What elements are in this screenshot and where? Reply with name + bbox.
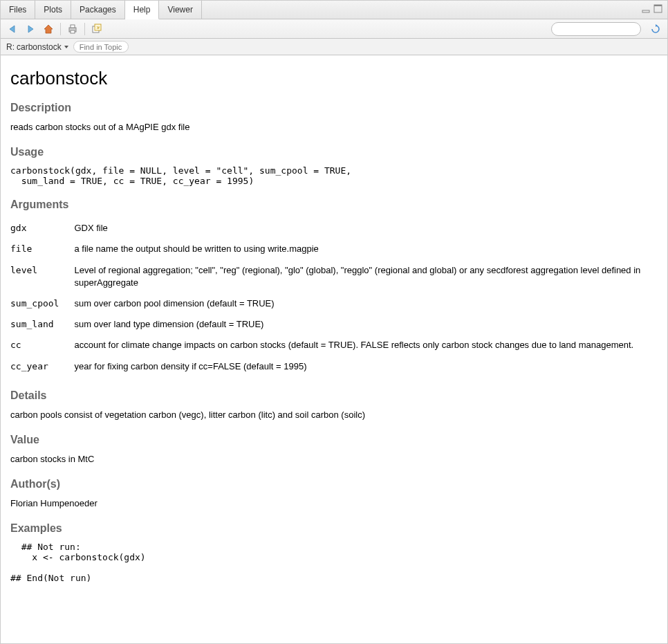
arg-name: sum_cpool [10, 293, 74, 314]
tab-viewer[interactable]: Viewer [159, 1, 201, 19]
tab-packages[interactable]: Packages [71, 1, 125, 19]
arg-desc: a file name the output should be written… [74, 239, 658, 259]
svg-rect-2 [654, 5, 662, 6]
help-content-wrap: carbonstock Description reads carbon sto… [1, 55, 667, 643]
arg-desc: account for climate change impacts on ca… [74, 335, 658, 356]
section-usage-heading: Usage [10, 146, 658, 158]
arg-desc: sum over carbon pool dimension (default … [74, 293, 658, 314]
details-text: carbon pools consist of vegetation carbo… [10, 409, 658, 421]
print-icon [67, 24, 78, 35]
section-arguments-heading: Arguments [10, 199, 658, 211]
arrow-left-icon [7, 24, 18, 35]
refresh-button[interactable] [648, 21, 663, 37]
svg-rect-5 [71, 30, 75, 33]
arg-desc: GDX file [74, 218, 658, 239]
help-content[interactable]: carbonstock Description reads carbon sto… [1, 55, 667, 643]
usage-code: carbonstock(gdx, file = NULL, level = "c… [10, 165, 658, 186]
new-window-icon [91, 24, 102, 35]
table-row: ccaccount for climate change impacts on … [10, 335, 658, 356]
table-row: levelLevel of regional aggregation; "cel… [10, 260, 658, 293]
arg-name: sum_land [10, 314, 74, 335]
arg-desc: year for fixing carbon density if cc=FAL… [74, 356, 658, 377]
section-author-heading: Author(s) [10, 478, 658, 490]
tab-plots[interactable]: Plots [35, 1, 71, 19]
pane-window-controls [642, 4, 663, 13]
topic-name: carbonstock [17, 42, 62, 52]
arg-name: file [10, 239, 74, 259]
page-title: carbonstock [10, 68, 658, 89]
value-text: carbon stocks in MtC [10, 453, 658, 466]
arg-name: cc_year [10, 356, 74, 377]
tab-help[interactable]: Help [125, 1, 160, 19]
find-in-topic-input[interactable] [73, 41, 129, 53]
arg-name: gdx [10, 218, 74, 239]
topic-dropdown[interactable]: R: carbonstock [6, 42, 69, 52]
chevron-down-icon [64, 44, 69, 50]
section-examples-heading: Examples [10, 522, 658, 535]
section-description-heading: Description [10, 102, 658, 114]
table-row: sum_landsum over land type dimension (de… [10, 314, 658, 335]
maximize-pane-icon[interactable] [653, 4, 663, 13]
svg-rect-0 [642, 10, 649, 12]
table-row: sum_cpoolsum over carbon pool dimension … [10, 293, 658, 314]
topic-prefix: R: [6, 42, 15, 52]
show-in-window-button[interactable] [89, 21, 104, 37]
table-row: filea file name the output should be wri… [10, 239, 658, 259]
separator [84, 23, 85, 35]
table-row: gdxGDX file [10, 218, 658, 239]
arrow-right-icon [25, 24, 36, 35]
home-icon [43, 24, 54, 35]
refresh-icon [650, 24, 661, 35]
arg-desc: sum over land type dimension (default = … [74, 314, 658, 335]
table-row: cc_yearyear for fixing carbon density if… [10, 356, 658, 377]
tab-files[interactable]: Files [1, 1, 35, 19]
search-wrap [551, 22, 641, 36]
description-text: reads carbon stocks out of a MAgPIE gdx … [10, 121, 658, 134]
print-button[interactable] [65, 21, 80, 37]
section-value-heading: Value [10, 434, 658, 446]
svg-rect-4 [71, 25, 75, 28]
separator [60, 23, 61, 35]
arguments-table: gdxGDX file filea file name the output s… [10, 218, 658, 377]
author-text: Florian Humpenoeder [10, 497, 658, 510]
forward-button[interactable] [23, 21, 38, 37]
help-subtoolbar: R: carbonstock [1, 39, 667, 55]
help-toolbar [1, 19, 667, 39]
arg-desc: Level of regional aggregation; "cell", "… [74, 260, 658, 293]
minimize-pane-icon[interactable] [642, 4, 651, 13]
arg-name: level [10, 260, 74, 293]
section-details-heading: Details [10, 389, 658, 402]
pane-tabs: Files Plots Packages Help Viewer [1, 1, 667, 19]
back-button[interactable] [5, 21, 20, 37]
search-input[interactable] [551, 22, 641, 36]
arg-name: cc [10, 335, 74, 356]
home-button[interactable] [41, 21, 56, 37]
examples-code: ## Not run: x <- carbonstock(gdx) ## End… [10, 542, 658, 583]
